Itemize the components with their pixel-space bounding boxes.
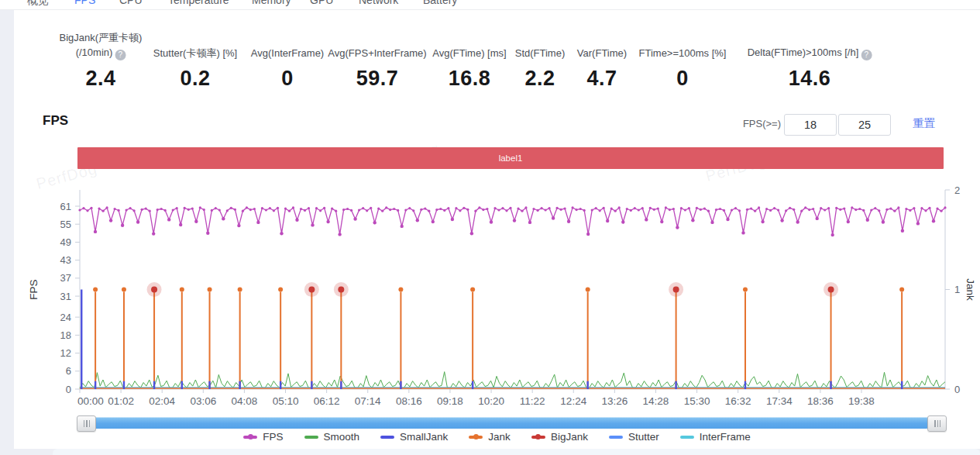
legend-marker (380, 436, 394, 439)
legend-item-bigjank[interactable]: BigJank (531, 431, 588, 443)
tab-battery[interactable]: Battery (423, 0, 457, 6)
legend-label: Jank (488, 431, 511, 443)
legend-item-fps[interactable]: FPS (243, 431, 283, 443)
stat-value: 0 (639, 67, 727, 91)
stat-label-line1: Delta(FTime)>100ms [/h]? (748, 45, 872, 60)
stat-value: 59.7 (328, 67, 426, 91)
stat-ftime-100ms: FTime>=100ms [%] 0 (639, 26, 727, 91)
chart-scrollbar-track[interactable] (94, 417, 928, 429)
help-icon[interactable]: ? (861, 50, 872, 60)
tab-memory[interactable]: Memory (252, 0, 291, 6)
legend-marker (243, 436, 257, 439)
fps-threshold-label: FPS(>=) (727, 118, 781, 129)
fps-threshold-max-input[interactable] (838, 114, 891, 136)
legend-marker-dot (535, 434, 541, 439)
tab-temperature[interactable]: Temperature (168, 0, 229, 6)
legend-marker (469, 436, 483, 439)
tab-cpu[interactable]: CPU (119, 0, 143, 6)
reset-button[interactable]: 重置 (913, 116, 935, 131)
next-card-edge (53, 449, 980, 455)
legend-item-jank[interactable]: Jank (469, 431, 511, 443)
chart-section-title: FPS (43, 113, 68, 129)
tab-network[interactable]: Network (359, 0, 398, 6)
chart-scrollbar-right-handle[interactable] (927, 415, 947, 432)
stat-value: 0 (251, 67, 324, 91)
fps-threshold-min-input[interactable] (784, 114, 837, 136)
stat-label: Avg(FPS+InterFrame) (328, 46, 426, 60)
tab-overview[interactable]: 概览 (27, 0, 49, 6)
stat-value: 4.7 (577, 67, 627, 91)
stat-value: 0.2 (153, 67, 237, 91)
stat-avg-fps-interframe: Avg(FPS+InterFrame) 59.7 (328, 26, 426, 91)
legend-item-smooth[interactable]: Smooth (304, 431, 360, 443)
stat-avg-interframe: Avg(InterFrame) 0 (251, 26, 324, 91)
grip-icon (934, 420, 940, 427)
top-nav: 概览 FPS CPU Temperature Memory GPU Networ… (0, 0, 980, 10)
legend-marker (304, 436, 318, 439)
legend-item-stutter[interactable]: Stutter (609, 431, 659, 443)
legend-item-smalljank[interactable]: SmallJank (380, 431, 448, 443)
stat-avg-ftime: Avg(FTime) [ms] 16.8 (432, 26, 506, 91)
stat-label: BigJank(严重卡顿) (/10min)? (60, 26, 143, 60)
stat-label-line2: (/10min)? (76, 45, 126, 60)
legend-label: Smooth (324, 431, 360, 443)
grip-icon (84, 420, 90, 427)
stat-value: 14.6 (748, 67, 872, 91)
stat-label: FTime>=100ms [%] (639, 46, 727, 60)
stat-value: 2.4 (60, 67, 143, 91)
legend-marker-dot (473, 434, 479, 439)
stat-label: Std(FTime) (515, 46, 566, 60)
legend-item-interframe[interactable]: InterFrame (680, 431, 751, 443)
tab-fps[interactable]: FPS (74, 0, 95, 6)
stat-value: 2.2 (515, 67, 566, 91)
legend-marker (531, 436, 545, 439)
stat-label: Var(FTime) (577, 46, 627, 60)
legend-label: SmallJank (400, 431, 448, 443)
label1-annotation-banner: label1 (77, 147, 944, 169)
stat-label-line1: BigJank(严重卡顿) (60, 30, 143, 45)
legend-label: BigJank (551, 431, 588, 443)
stat-stutter: Stutter(卡顿率) [%] 0.2 (153, 26, 237, 91)
legend-label: InterFrame (700, 431, 751, 443)
legend-marker (680, 436, 694, 439)
stat-label: Avg(FTime) [ms] (432, 46, 506, 60)
legend-label: Stutter (628, 431, 659, 443)
stat-value: 16.8 (432, 67, 506, 91)
stat-bigjank: BigJank(严重卡顿) (/10min)? 2.4 (60, 26, 143, 91)
help-icon[interactable]: ? (115, 50, 126, 60)
stat-label: Avg(InterFrame) (251, 46, 324, 60)
stat-delta-ftime: Delta(FTime)>100ms [/h]? 14.6 (748, 26, 872, 91)
legend-label: FPS (263, 431, 283, 443)
tab-gpu[interactable]: GPU (310, 0, 333, 6)
stat-label: Stutter(卡顿率) [%] (153, 46, 237, 60)
legend-marker (609, 436, 623, 439)
stat-var-ftime: Var(FTime) 4.7 (577, 26, 627, 91)
chart-legend: FPSSmoothSmallJankJankBigJankStutterInte… (14, 431, 980, 443)
stat-std-ftime: Std(FTime) 2.2 (515, 26, 566, 91)
chart-scrollbar-left-handle[interactable] (77, 415, 96, 432)
legend-marker-dot (248, 434, 253, 439)
